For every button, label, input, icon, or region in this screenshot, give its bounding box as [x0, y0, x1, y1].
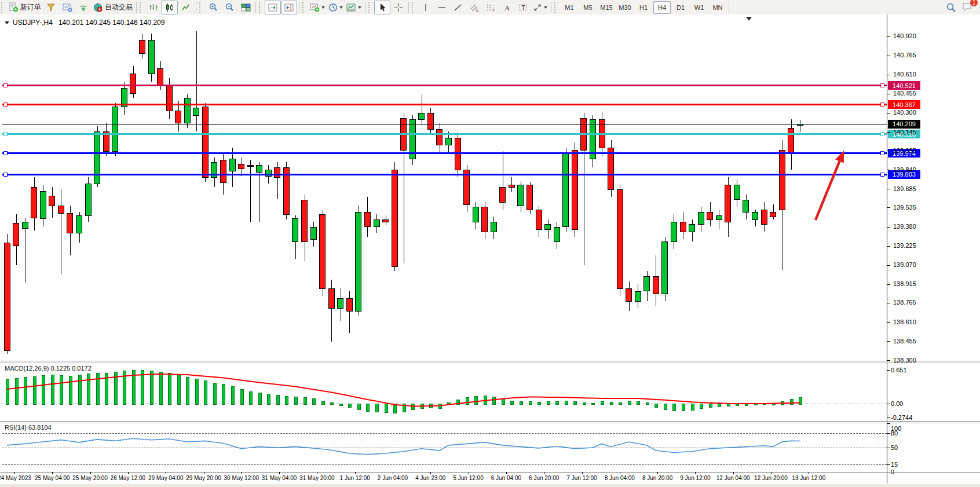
fibonacci-retracement-button[interactable]: F [482, 1, 499, 14]
auto-trading-button[interactable]: 自动交易 [92, 1, 134, 14]
bar-chart-mode-button[interactable] [145, 1, 162, 14]
time-tick-label: 7 Jun 12:00 [566, 475, 597, 481]
crosshair-button[interactable] [390, 1, 407, 14]
chart-window[interactable]: USDJPY-,H4 140.201 140.245 140.146 140.2… [0, 14, 980, 487]
periods-dropdown-icon[interactable] [339, 6, 343, 9]
tab-timeframe-w1[interactable]: W1 [690, 1, 708, 14]
tab-timeframe-mn[interactable]: MN [709, 1, 726, 14]
candlestick-mode-button[interactable] [162, 1, 178, 14]
time-tick-label: 8 Jun 04:00 [605, 475, 635, 481]
time-tick-label: 6 Jun 04:00 [491, 475, 521, 481]
tab-timeframe-m30[interactable]: M30 [616, 1, 634, 14]
arrow-objects-dropdown-icon[interactable] [544, 6, 547, 9]
tab-timeframe-d1[interactable]: D1 [672, 1, 689, 14]
tab-timeframe-m5[interactable]: M5 [579, 1, 597, 14]
time-tick-label: 25 May 20:00 [72, 475, 108, 481]
time-tick-label: 30 May 12:00 [224, 475, 259, 481]
toolbar-grip [412, 2, 416, 13]
time-tick [393, 472, 393, 474]
tile-windows-button[interactable] [237, 1, 254, 14]
toolbar-grip [199, 2, 203, 13]
toolbar-separator [408, 2, 409, 13]
templates-icon [346, 3, 356, 12]
vertical-line-button[interactable] [418, 1, 434, 14]
time-tick-label: 25 May 04:00 [35, 475, 70, 481]
time-tick-label: 1 Jun 12:00 [340, 475, 370, 481]
time-tick-label: 29 May 20:00 [186, 475, 221, 481]
signals-button[interactable] [75, 1, 92, 14]
time-tick [430, 472, 431, 474]
rsi-tick [887, 423, 890, 424]
auto-scroll-button[interactable] [265, 1, 281, 14]
toolbar-separator [255, 2, 256, 13]
new-order-label: 新订单 [20, 2, 41, 12]
horizontal-line-icon [437, 3, 447, 12]
time-tick [469, 472, 469, 474]
templates-button[interactable] [345, 1, 363, 14]
line-chart-mode-icon [181, 3, 191, 12]
search-button[interactable] [943, 1, 959, 14]
window-bottom-strip [0, 484, 980, 487]
zoom-out-button[interactable] [221, 1, 237, 14]
search-icon [946, 2, 956, 13]
time-tick-label: 4 Jun 23:00 [415, 475, 445, 481]
cursor-button[interactable] [374, 1, 390, 14]
zoom-out-icon [225, 2, 235, 12]
indicators-button[interactable] [308, 1, 327, 14]
trendline-button[interactable] [450, 1, 466, 14]
tf-d1-label: D1 [677, 4, 685, 11]
time-tick [809, 472, 809, 474]
zoom-in-button[interactable] [205, 1, 221, 14]
text-label-button[interactable]: T [515, 1, 531, 14]
arrow-objects-button[interactable] [531, 1, 549, 14]
auto-trading-icon [93, 3, 103, 12]
toolbar: 新订单自动交易EFATM1M5M15M30H1H4D1W1MN1 [0, 0, 980, 15]
candlestick-mode-icon [165, 3, 174, 12]
indicators-dropdown-icon[interactable] [321, 6, 325, 9]
equidistant-channel-button[interactable]: E [466, 1, 482, 14]
toolbar-separator [551, 2, 551, 13]
cursor-icon [378, 3, 387, 12]
time-tick [128, 472, 129, 474]
horizontal-line-button[interactable] [434, 1, 450, 14]
time-tick [90, 472, 91, 474]
time-tick-label: 5 Jun 12:00 [453, 475, 483, 481]
toolbar-grip [259, 2, 263, 13]
templates-dropdown-icon[interactable] [358, 6, 361, 9]
time-tick-label: 12 Jun 20:00 [754, 475, 788, 481]
new-order-button[interactable]: 新订单 [7, 1, 43, 14]
tab-timeframe-h4[interactable]: H4 [653, 1, 671, 14]
text-icon: A [503, 3, 511, 12]
auto-scroll-icon [268, 3, 278, 12]
periods-button[interactable] [327, 1, 345, 14]
chart-shift-button[interactable] [281, 1, 297, 14]
tab-timeframe-m15[interactable]: M15 [598, 1, 615, 14]
application-window: 新订单自动交易EFATM1M5M15M30H1H4D1W1MN1 USDJPY-… [0, 0, 980, 487]
text-button[interactable]: A [499, 1, 515, 14]
tf-h1-label: H1 [639, 4, 648, 11]
rsi-line [0, 14, 980, 487]
rsi-tick-label: 80 [891, 430, 898, 437]
auto-trading-label: 自动交易 [105, 2, 133, 12]
toolbar-separator [196, 2, 196, 13]
tf-mn-label: MN [712, 4, 722, 11]
time-tick-label: 12 Jun 04:00 [716, 475, 750, 481]
svg-text:T: T [521, 5, 525, 11]
open-chart-button[interactable] [59, 1, 75, 14]
tf-m5-label: M5 [583, 4, 592, 11]
bar-chart-mode-icon [149, 3, 158, 12]
funnel-button[interactable] [43, 1, 59, 14]
time-tick [355, 472, 356, 474]
trendline-icon [454, 3, 463, 12]
time-tick [14, 472, 15, 474]
line-chart-mode-button[interactable] [178, 1, 194, 14]
crosshair-icon [394, 3, 403, 12]
periods-icon [328, 3, 338, 12]
time-tick-label: 31 May 04:00 [262, 475, 297, 481]
time-tick [695, 472, 696, 474]
time-tick-label: 13 Jun 12:00 [792, 475, 825, 481]
chat-button[interactable]: 1 [959, 1, 975, 14]
open-chart-icon [63, 3, 72, 12]
tab-timeframe-m1[interactable]: M1 [561, 1, 578, 14]
tab-timeframe-h1[interactable]: H1 [635, 1, 652, 14]
